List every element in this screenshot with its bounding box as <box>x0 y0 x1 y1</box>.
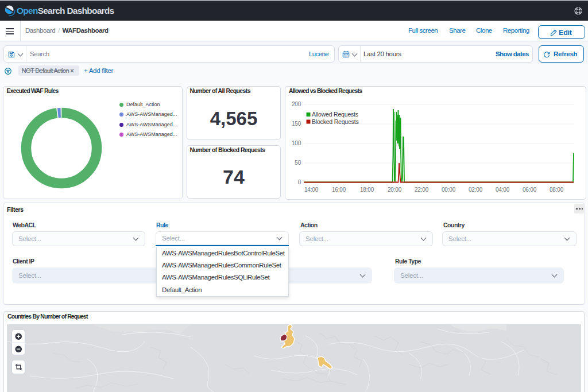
svg-text:22:00: 22:00 <box>415 187 429 193</box>
svg-text:200: 200 <box>292 101 301 107</box>
svg-text:08:00: 08:00 <box>550 187 564 193</box>
svg-text:04:00: 04:00 <box>496 187 510 193</box>
svg-text:20:00: 20:00 <box>388 187 402 193</box>
svg-text:150: 150 <box>292 121 301 127</box>
svg-text:02:00: 02:00 <box>469 187 483 193</box>
svg-text:16:00: 16:00 <box>332 187 346 193</box>
svg-text:Blocked Requests: Blocked Requests <box>312 118 358 125</box>
svg-text:18:00: 18:00 <box>360 187 374 193</box>
svg-text:14:00: 14:00 <box>304 187 319 193</box>
svg-text:100: 100 <box>292 140 301 146</box>
svg-text:00:00: 00:00 <box>442 187 456 193</box>
svg-text:50: 50 <box>295 160 301 166</box>
svg-text:06:00: 06:00 <box>523 187 537 193</box>
svg-text:Allowed Requests: Allowed Requests <box>312 111 358 118</box>
svg-text:0: 0 <box>298 179 301 185</box>
